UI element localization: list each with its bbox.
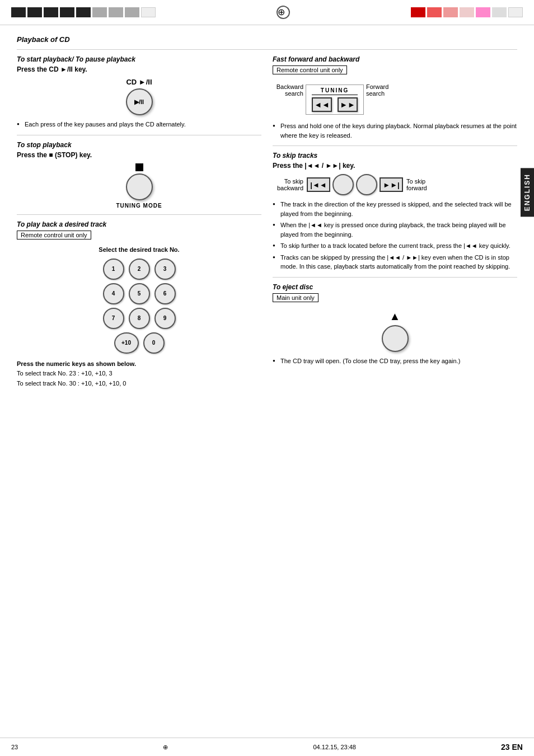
tuning-buttons: ◄◄ ►►	[312, 97, 358, 112]
bottom-bar: 23 ⊕ 04.12.15, 23:48 23 EN	[0, 738, 534, 756]
numpad-row-1: 1 2 3	[103, 259, 176, 280]
fast-forward-bullet: Press and hold one of the keys during pl…	[273, 121, 517, 140]
playback-btn-area: CD ►/II ▶/II	[17, 78, 261, 115]
left-column: To start playback/ To pause playback Pre…	[17, 55, 261, 388]
eject-area: ▲	[273, 310, 517, 352]
fast-forward-heading: Fast forward and backward	[273, 55, 517, 63]
skip-forward-label: To skip forward	[406, 178, 437, 191]
main-content: Playback of CD To start playback/ To pau…	[0, 25, 534, 400]
bar-block-1	[11, 7, 26, 17]
top-bar: ⊕	[0, 0, 534, 25]
tuning-label: TUNING	[312, 87, 358, 95]
skip-forward-btn[interactable]: ►►|	[380, 177, 403, 192]
page-right: 23 EN	[501, 743, 523, 752]
bar-block-9	[141, 7, 156, 17]
bar-block-4	[60, 7, 74, 17]
stop-btn-area: TUNING MODE	[17, 163, 261, 209]
main-unit-badge: Main unit only	[273, 293, 318, 302]
forward-label: Forward search	[366, 81, 397, 97]
numpad-key-7: 7	[103, 308, 124, 329]
skip-button-circle-1	[332, 174, 354, 195]
numpad-key-plus10: +10	[114, 332, 139, 354]
skip-button-circle-2	[356, 174, 377, 195]
bar-block-r7	[508, 7, 523, 17]
numpad-row-3: 7 8 9	[103, 308, 176, 329]
cd-play-label: CD ►/II	[126, 78, 152, 86]
numpad: 1 2 3 4 5 6 7 8 9 +10 0	[103, 259, 176, 354]
backward-label: Backward search	[273, 81, 303, 97]
bar-block-3	[44, 7, 58, 17]
page-title: Playback of CD	[17, 35, 517, 44]
play-pause-icon: ▶/II	[134, 98, 144, 106]
bar-left	[11, 7, 156, 17]
bar-block-r5	[476, 7, 490, 17]
eject-bullet-1: The CD tray will open. (To close the CD …	[273, 356, 517, 366]
skip-tracks-heading: To skip tracks	[273, 152, 517, 159]
skip-backward-btn[interactable]: |◄◄	[307, 177, 330, 192]
skip-backward-label: To skip backward	[273, 178, 303, 191]
bar-block-7	[109, 7, 123, 17]
start-playback-press: Press the CD ►/II key.	[17, 65, 261, 73]
remote-control-badge-right: Remote control unit only	[273, 65, 347, 74]
eject-button	[382, 325, 409, 352]
fast-forward-bullets: Press and hold one of the keys during pl…	[273, 121, 517, 140]
stop-playback-press: Press the ■ (STOP) key.	[17, 151, 261, 159]
tuning-box: TUNING ◄◄ ►►	[306, 84, 364, 115]
skip-tracks-bullet-4: Tracks can be skipped by pressing the |◄…	[273, 253, 517, 271]
bar-block-8	[125, 7, 139, 17]
footer-crosshair: ⊕	[163, 744, 168, 751]
bar-block-r1	[411, 7, 425, 17]
skip-tracks-bullet-3: To skip further to a track located befor…	[273, 241, 517, 251]
numpad-key-6: 6	[154, 283, 176, 304]
numpad-key-3: 3	[154, 259, 176, 280]
eject-bullets: The CD tray will open. (To close the CD …	[273, 356, 517, 366]
numpad-row-4: +10 0	[103, 332, 176, 354]
numpad-key-4: 4	[103, 283, 124, 304]
start-playback-bullets: Each press of the key pauses and plays t…	[17, 120, 261, 129]
numeric-instructions-bold: Press the numeric keys as shown below.	[17, 359, 261, 369]
select-track-label: Select the desired track No.	[17, 246, 261, 253]
backward-forward-wrap: Backward search TUNING ◄◄ ►► Forward sea…	[273, 81, 517, 118]
numpad-key-2: 2	[129, 259, 150, 280]
numpad-key-1: 1	[103, 259, 124, 280]
backward-button[interactable]: ◄◄	[312, 97, 332, 112]
skip-tracks-press: Press the |◄◄ / ►►| key.	[273, 162, 517, 170]
right-column: Fast forward and backward Remote control…	[273, 55, 517, 388]
start-playback-bullet-1: Each press of the key pauses and plays t…	[17, 120, 261, 129]
tuning-mode-label: TUNING MODE	[116, 203, 162, 209]
numeric-instruction-2: To select track No. 30 : +10, +10, +10, …	[17, 379, 261, 389]
numpad-key-9: 9	[154, 308, 176, 329]
bar-right	[411, 7, 523, 17]
cd-play-button: ▶/II	[126, 88, 153, 115]
crosshair-icon: ⊕	[277, 6, 290, 19]
bar-block-r3	[443, 7, 458, 17]
skip-tracks-bullet-2: When the |◄◄ key is pressed once during …	[273, 220, 517, 239]
stop-button	[126, 173, 153, 200]
bar-block-r2	[427, 7, 442, 17]
english-sidebar-tab: ENGLISH	[521, 168, 534, 217]
numpad-key-5: 5	[129, 283, 150, 304]
two-col-layout: To start playback/ To pause playback Pre…	[17, 55, 517, 388]
numpad-key-0: 0	[143, 332, 165, 354]
page-left: 23	[11, 744, 18, 750]
stop-playback-heading: To stop playback	[17, 141, 261, 149]
skip-tracks-bullets: The track in the direction of the key pr…	[273, 200, 517, 271]
numpad-row-2: 4 5 6	[103, 283, 176, 304]
numeric-instructions: Press the numeric keys as shown below. T…	[17, 359, 261, 389]
footer-timestamp: 04.12.15, 23:48	[313, 744, 355, 750]
skip-tracks-bullet-1: The track in the direction of the key pr…	[273, 200, 517, 218]
numeric-instruction-1: To select track No. 23 : +10, +10, 3	[17, 369, 261, 379]
bar-block-2	[27, 7, 42, 17]
skip-area: To skip backward |◄◄ ►►| To skip forward	[273, 174, 517, 195]
bar-block-6	[92, 7, 107, 17]
skip-buttons-group: |◄◄ ►►|	[307, 174, 403, 195]
play-desired-heading: To play back a desired track	[17, 220, 261, 228]
bar-block-5	[76, 7, 91, 17]
forward-button[interactable]: ►►	[338, 97, 358, 112]
bar-block-r6	[492, 7, 507, 17]
eject-icon: ▲	[390, 310, 401, 323]
start-playback-heading: To start playback/ To pause playback	[17, 55, 261, 63]
stop-icon	[135, 163, 143, 171]
numpad-key-8: 8	[129, 308, 150, 329]
bar-block-r4	[460, 7, 474, 17]
